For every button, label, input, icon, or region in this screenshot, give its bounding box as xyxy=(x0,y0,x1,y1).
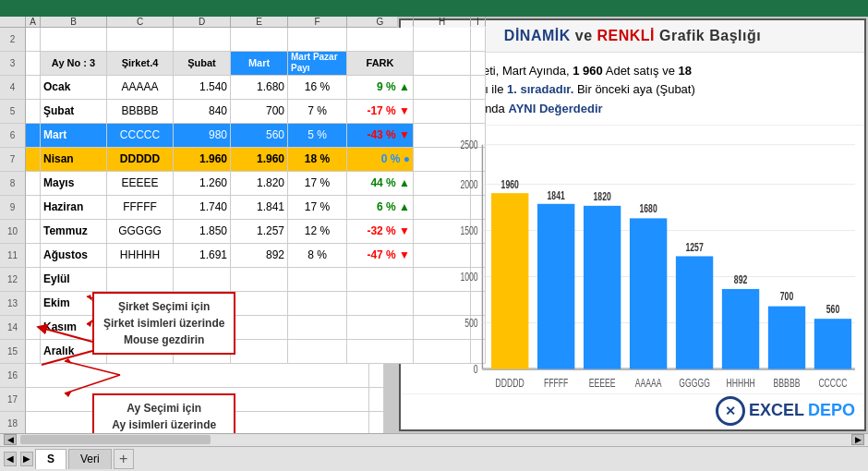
cell-8-sirket[interactable]: EEEEE xyxy=(107,172,174,196)
svg-text:1000: 1000 xyxy=(460,270,477,283)
table-row[interactable]: 12 Eylül xyxy=(0,268,397,292)
header-subat: Şubat xyxy=(174,52,231,76)
cell-2i xyxy=(471,28,486,52)
svg-text:CCCCC: CCCCC xyxy=(818,376,847,389)
tab-veri[interactable]: Veri xyxy=(68,449,112,469)
annotations-area: 13 Ekim 14 Kasım xyxy=(0,292,397,433)
cell-10a xyxy=(26,220,41,244)
annotation-container: Şirket Seçimi içinŞirket isimleri üzerin… xyxy=(92,292,235,433)
cell-11a xyxy=(26,244,41,268)
sirket-annotation-text: Şirket Seçimi içinŞirket isimleri üzerin… xyxy=(103,300,224,346)
cell-9-mart: 1.841 xyxy=(231,196,288,220)
sirket-annotation-box: Şirket Seçimi içinŞirket isimleri üzerin… xyxy=(92,292,235,355)
row-num-3: 3 xyxy=(0,52,26,76)
cell-4-sirket[interactable]: AAAAA xyxy=(107,76,174,100)
logo-area: ✕ EXCEL DEPO xyxy=(401,393,864,429)
svg-text:560: 560 xyxy=(826,302,839,315)
cell-14-pazar xyxy=(288,316,347,340)
tab-nav-left[interactable]: ◀ xyxy=(4,452,17,466)
svg-text:1500: 1500 xyxy=(460,223,477,236)
sirket-arrow-svg xyxy=(32,323,97,369)
cell-4-ay[interactable]: Ocak xyxy=(41,76,107,100)
row-num-7: 7 xyxy=(0,148,26,172)
cell-2b xyxy=(41,28,107,52)
cell-7-pazar: 18 % xyxy=(288,148,347,172)
cell-18i xyxy=(369,412,384,433)
cell-11-sirket[interactable]: HHHHH xyxy=(107,244,174,268)
col-header-g: G xyxy=(347,17,414,27)
desc-text4: Bir önceki aya (Şubat) xyxy=(577,82,695,96)
cell-12-pazar xyxy=(288,268,347,292)
cell-9a xyxy=(26,196,41,220)
cell-11-ay[interactable]: Ağustos xyxy=(41,244,107,268)
cell-12-ay[interactable]: Eylül xyxy=(41,268,107,292)
svg-text:1257: 1257 xyxy=(685,240,703,253)
ay-annotation-text: Ay Seçimi içinAy isimleri üzerindeMouse … xyxy=(112,402,216,433)
svg-text:DDDDD: DDDDD xyxy=(496,376,524,389)
desc-status: AYNI Değerdedir xyxy=(508,102,602,115)
table-row[interactable]: 9 Haziran FFFFF 1.740 1.841 17 % 6 % ▲ xyxy=(0,196,397,220)
cell-7-sirket[interactable]: DDDDD xyxy=(107,148,174,172)
bar-ccccc xyxy=(814,319,851,368)
cell-5-sirket[interactable]: BBBBB xyxy=(107,100,174,124)
logo-text-depo: DEPO xyxy=(808,401,855,420)
svg-text:2500: 2500 xyxy=(460,138,477,151)
table-row[interactable]: 6 Mart CCCCC 980 560 5 % -43 % ▼ xyxy=(0,124,397,148)
table-row[interactable]: 10 Temmuz GGGGG 1.850 1.257 12 % -32 % ▼ xyxy=(0,220,397,244)
cell-10-ay[interactable]: Temmuz xyxy=(41,220,107,244)
cell-6-sirket[interactable]: CCCCC xyxy=(107,124,174,148)
cell-12-sirket xyxy=(107,268,174,292)
table-row[interactable]: 5 Şubat BBBBB 840 700 7 % -17 % ▼ xyxy=(0,100,397,124)
tab-add-button[interactable]: + xyxy=(114,449,134,469)
cell-7a xyxy=(26,148,41,172)
cell-2e xyxy=(231,28,288,52)
cell-5-ay[interactable]: Şubat xyxy=(41,100,107,124)
svg-text:0: 0 xyxy=(474,362,478,375)
svg-text:1841: 1841 xyxy=(548,188,565,201)
cell-8-ay[interactable]: Mayıs xyxy=(41,172,107,196)
row-num-18: 18 xyxy=(0,412,26,433)
cell-8-mart: 1.820 xyxy=(231,172,288,196)
left-panel: A B C D E F G H I 2 xyxy=(0,17,397,433)
scroll-bar-h[interactable]: ◀ ▶ xyxy=(0,433,868,446)
cell-12a xyxy=(26,268,41,292)
cell-6-ay[interactable]: Mart xyxy=(41,124,107,148)
cell-10-pazar: 12 % xyxy=(288,220,347,244)
cell-4-mart: 1.680 xyxy=(231,76,288,100)
bar-ggggg xyxy=(676,256,713,368)
cell-15-pazar xyxy=(288,340,347,364)
chart-title-r: RENKLİ xyxy=(597,28,655,43)
scroll-thumb[interactable] xyxy=(20,435,211,444)
tabs-bar: ◀ ▶ S Veri + xyxy=(0,446,868,471)
table-row[interactable]: 8 Mayıs EEEEE 1.260 1.820 17 % 44 % ▲ xyxy=(0,172,397,196)
tab-s[interactable]: S xyxy=(35,449,66,469)
cell-12-subat xyxy=(174,268,231,292)
header-fark: FARK xyxy=(347,52,414,76)
cell-4-fark: 9 % ▲ xyxy=(347,76,414,100)
svg-text:2000: 2000 xyxy=(460,177,477,190)
cell-9-sirket[interactable]: FFFFF xyxy=(107,196,174,220)
cell-7-subat: 1.960 xyxy=(174,148,231,172)
table-row[interactable]: 4 Ocak AAAAA 1.540 1.680 16 % 9 % ▲ xyxy=(0,76,397,100)
col-header-c: C xyxy=(107,17,174,27)
row-num-5: 5 xyxy=(0,100,26,124)
cell-9-ay[interactable]: Haziran xyxy=(41,196,107,220)
app-container: A B C D E F G H I 2 xyxy=(0,0,868,471)
col-header-d: D xyxy=(174,17,231,27)
col-header-e: E xyxy=(231,17,288,27)
cell-5i xyxy=(471,100,486,124)
row-num-11: 11 xyxy=(0,244,26,268)
scroll-left-btn[interactable]: ◀ xyxy=(4,434,17,445)
cell-6-pazar: 5 % xyxy=(288,124,347,148)
scroll-right-btn[interactable]: ▶ xyxy=(851,434,864,445)
cell-7-ay[interactable]: Nisan xyxy=(41,148,107,172)
row-num-10: 10 xyxy=(0,220,26,244)
column-header-row: A B C D E F G H I xyxy=(0,17,397,28)
svg-text:1960: 1960 xyxy=(501,177,519,190)
tab-nav-right[interactable]: ▶ xyxy=(20,452,33,466)
table-row[interactable]: 11 Ağustos HHHHH 1.691 892 8 % -47 % ▼ xyxy=(0,244,397,268)
cell-12-mart xyxy=(231,268,288,292)
cell-10-sirket[interactable]: GGGGG xyxy=(107,220,174,244)
cell-3a xyxy=(26,52,41,76)
table-row[interactable]: 7 Nisan DDDDD 1.960 1.960 18 % 0 % ● xyxy=(0,148,397,172)
